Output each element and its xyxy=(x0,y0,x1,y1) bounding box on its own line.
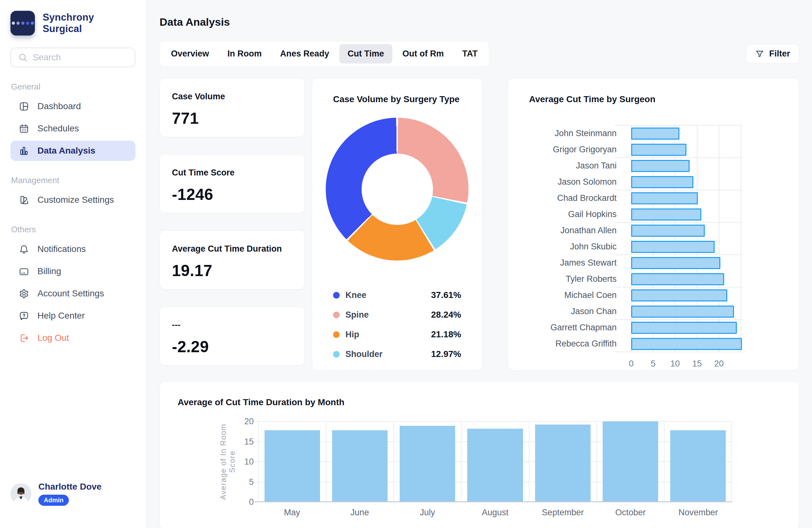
surgeon-name: Jason Solomon xyxy=(508,174,631,190)
logo-dot xyxy=(21,22,25,25)
nav-section-label: Management xyxy=(11,175,135,185)
month-bar-october xyxy=(603,422,658,502)
app-window: Synchrony Surgical GeneralDashboardSched… xyxy=(0,0,812,528)
surgeon-bar-james-stewart xyxy=(631,257,720,269)
gridline xyxy=(653,125,653,352)
sidebar: Synchrony Surgical GeneralDashboardSched… xyxy=(0,0,146,528)
axis-tick-label: June xyxy=(326,508,393,517)
sidebar-item-log-out[interactable]: Log Out xyxy=(11,328,135,348)
surgeon-axis-labels: John SteinmannGrigor GrigoryanJason Tani… xyxy=(508,125,631,352)
gridline xyxy=(741,125,741,352)
tab-overview[interactable]: Overview xyxy=(163,44,217,63)
role-badge: Admin xyxy=(38,495,69,506)
gridline xyxy=(697,125,697,352)
sidebar-item-label: Customize Settings xyxy=(38,195,114,205)
surgeon-bar-tyler-roberts xyxy=(631,273,724,285)
user-profile[interactable]: Charlotte Dove Admin xyxy=(11,482,135,506)
donut-chart-card: Case Volume by Surgery Type Knee37.61%Sp… xyxy=(312,78,482,371)
tab-cut-time[interactable]: Cut Time xyxy=(339,44,392,63)
axis-tick-label: 0 xyxy=(629,359,634,369)
surgeon-name: Gail Hopkins xyxy=(508,206,631,223)
x-axis-line xyxy=(255,501,732,502)
bell-icon xyxy=(19,244,29,255)
credit-card-icon xyxy=(19,266,29,277)
stat-label: --- xyxy=(172,320,292,330)
search-input[interactable] xyxy=(33,52,147,62)
axis-tick-label: 10 xyxy=(670,359,680,369)
profile-name: Charlotte Dove xyxy=(38,482,102,492)
month-slot xyxy=(326,422,393,502)
month-bar-july xyxy=(400,426,455,502)
month-x-axis: MayJuneJulyAugustSeptemberOctoberNovembe… xyxy=(258,508,732,517)
month-chart-title: Average of Cut Time Duration by Month xyxy=(178,397,781,408)
legend-item-hip: Hip21.18% xyxy=(320,325,475,344)
sidebar-item-schedules[interactable]: Schedules xyxy=(11,118,135,139)
axis-tick-label: 15 xyxy=(692,359,701,369)
sidebar-item-data-analysis[interactable]: Data Analysis xyxy=(11,141,135,161)
filter-button[interactable]: Filter xyxy=(746,44,799,64)
legend-dot-icon xyxy=(333,292,340,299)
surgeon-name: Jonathan Allen xyxy=(508,223,631,239)
gridline xyxy=(615,125,742,126)
surgeon-bar-john-steinmann xyxy=(631,128,679,140)
stat-card-: ----2.29 xyxy=(160,306,305,366)
y-axis-title: Average of In Room Score xyxy=(219,422,237,502)
logout-icon xyxy=(19,333,29,343)
stat-label: Average Cut Time Duration xyxy=(172,244,292,254)
axis-tick-label: July xyxy=(394,508,461,517)
surgeon-x-axis: 05101520 xyxy=(631,352,742,370)
surgeon-name: John Steinmann xyxy=(508,125,631,142)
tab-anes-ready[interactable]: Anes Ready xyxy=(272,44,337,63)
sidebar-item-notifications[interactable]: Notifications xyxy=(11,239,135,259)
sidebar-item-account-settings[interactable]: Account Settings xyxy=(11,283,135,304)
month-bars xyxy=(258,422,732,502)
axis-tick-label: November xyxy=(665,508,732,517)
brand-logo-icon xyxy=(11,11,35,35)
month-bar-chart: Average of In Room Score05101520MayJuneJ… xyxy=(178,422,781,517)
axis-tick-label: 20 xyxy=(714,359,724,369)
month-slot xyxy=(461,422,528,502)
calendar-icon xyxy=(19,124,29,134)
gear-icon xyxy=(19,288,29,299)
tab-out-of-rm[interactable]: Out of Rm xyxy=(394,44,452,63)
logo-dot xyxy=(26,22,29,25)
surgeon-bar-jonathan-allen xyxy=(631,225,705,237)
stat-card-cut-time-score: Cut Time Score-1246 xyxy=(160,154,305,213)
stats-column: Case Volume771Cut Time Score-1246Average… xyxy=(160,78,305,371)
search-box[interactable] xyxy=(11,47,135,67)
donut-chart-title: Case Volume by Surgery Type xyxy=(333,94,475,104)
sidebar-item-label: Account Settings xyxy=(38,288,104,299)
palette-icon xyxy=(19,195,29,205)
sidebar-item-label: Data Analysis xyxy=(38,146,96,156)
surgeon-name: Jason Tani xyxy=(508,158,631,174)
nav-section-label: Others xyxy=(11,225,135,234)
legend-value: 37.61% xyxy=(431,290,461,300)
month-bar-june xyxy=(332,430,388,502)
stat-card-average-cut-time-duration: Average Cut Time Duration19.17 xyxy=(160,230,305,289)
sidebar-item-billing[interactable]: Billing xyxy=(11,261,135,282)
surgeon-bar-john-skubic xyxy=(631,241,715,253)
tab-tat[interactable]: TAT xyxy=(454,44,485,63)
surgeon-bar-chart: John SteinmannGrigor GrigoryanJason Tani… xyxy=(508,125,799,370)
surgeon-name: James Stewart xyxy=(508,255,631,271)
sidebar-item-label: Dashboard xyxy=(38,101,81,111)
legend-label: Shoulder xyxy=(345,349,382,359)
sidebar-item-label: Notifications xyxy=(38,244,86,254)
sidebar-item-label: Schedules xyxy=(38,124,79,133)
surgeon-name: Jason Chan xyxy=(508,303,631,319)
legend-label: Knee xyxy=(345,290,366,300)
sidebar-item-help-center[interactable]: Help Center xyxy=(11,305,135,326)
surgeon-bar-garrett-chapman xyxy=(631,322,737,334)
surgeon-bar-jason-tani xyxy=(631,160,690,172)
sidebar-item-customize-settings[interactable]: Customize Settings xyxy=(11,190,135,210)
legend-dot-icon xyxy=(333,351,340,358)
axis-tick-label: September xyxy=(529,508,597,517)
toolbar: OverviewIn RoomAnes ReadyCut TimeOut of … xyxy=(160,41,799,67)
surgeon-name: Grigor Grigoryan xyxy=(508,142,631,158)
sidebar-item-dashboard[interactable]: Dashboard xyxy=(11,96,135,116)
gridline xyxy=(631,125,632,352)
tab-in-room[interactable]: In Room xyxy=(219,44,270,63)
main-content: Data Analysis OverviewIn RoomAnes ReadyC… xyxy=(146,0,812,528)
legend-value: 28.24% xyxy=(431,310,461,320)
month-slot xyxy=(596,422,664,502)
